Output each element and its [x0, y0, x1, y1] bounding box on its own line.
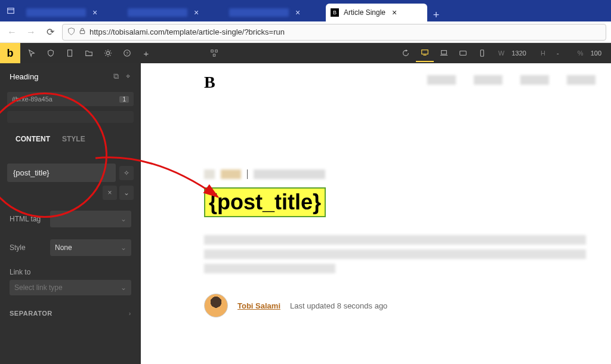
- last-updated: Last updated 8 seconds ago: [290, 301, 387, 310]
- tablet-landscape-icon[interactable]: [454, 44, 472, 62]
- tabs-container: × × × B Article Single × +: [21, 0, 611, 21]
- class-chip[interactable]: [7, 111, 134, 123]
- tree-icon[interactable]: [205, 44, 223, 62]
- panel-tabs: CONTENT STYLE: [0, 125, 141, 148]
- clear-icon[interactable]: ×: [103, 186, 117, 200]
- svg-rect-12: [442, 51, 447, 54]
- html-tag-label: HTML tag: [10, 215, 45, 223]
- lock-icon: [79, 27, 86, 36]
- pages-icon[interactable]: [61, 44, 79, 62]
- sidebar-header: Heading ⧉ ⌖: [0, 63, 141, 90]
- byline: Tobi Salami Last updated 8 seconds ago: [204, 294, 611, 317]
- style-select[interactable]: None: [50, 239, 131, 256]
- chevron-down-icon[interactable]: ⌄: [119, 186, 134, 200]
- close-icon[interactable]: ×: [192, 8, 200, 17]
- back-button[interactable]: ←: [5, 25, 19, 39]
- tab-style[interactable]: STYLE: [56, 131, 91, 148]
- close-icon[interactable]: ×: [91, 8, 99, 17]
- svg-rect-2: [80, 30, 85, 33]
- close-icon[interactable]: ×: [390, 8, 399, 17]
- browser-tab[interactable]: ×: [21, 4, 123, 21]
- laptop-icon[interactable]: [435, 44, 453, 62]
- post-title-element[interactable]: {post_title}: [204, 187, 326, 217]
- main-area: Heading ⧉ ⌖ #brxe-89a45a 1 CONTENT STYLE…: [0, 63, 611, 364]
- linkto-select[interactable]: Select link type: [10, 280, 131, 295]
- svg-rect-10: [422, 50, 428, 54]
- element-id-chip[interactable]: #brxe-89a45a 1: [7, 92, 134, 106]
- tab-content[interactable]: CONTENT: [10, 131, 56, 148]
- element-id-count: 1: [119, 96, 129, 103]
- style-label: Style: [10, 243, 45, 252]
- svg-rect-14: [460, 51, 467, 55]
- shield-icon: [67, 27, 75, 37]
- svg-rect-3: [68, 50, 72, 57]
- new-tab-button[interactable]: +: [427, 9, 445, 21]
- bricks-logo[interactable]: b: [0, 43, 20, 63]
- viewport-scale: % 100: [572, 50, 609, 57]
- reload-button[interactable]: ⟳: [43, 25, 57, 39]
- svg-text:?: ?: [126, 51, 128, 55]
- site-nav: [427, 75, 595, 85]
- avatar[interactable]: [204, 294, 228, 317]
- url-text: https://tobisalami.com/template/article-…: [90, 27, 285, 36]
- author-link[interactable]: Tobi Salami: [237, 301, 280, 310]
- url-bar[interactable]: https://tobisalami.com/template/article-…: [62, 24, 606, 41]
- browser-tab[interactable]: ×: [123, 4, 224, 21]
- shield-icon[interactable]: [42, 44, 60, 62]
- svg-rect-8: [215, 50, 218, 53]
- browser-tab[interactable]: ×: [224, 4, 326, 21]
- svg-rect-0: [8, 8, 14, 14]
- clone-icon[interactable]: ⧉: [112, 72, 120, 81]
- excerpt-placeholder: [204, 235, 611, 273]
- forward-button[interactable]: →: [24, 25, 38, 39]
- builder-canvas[interactable]: B {post_title} Tobi Salami Last updated …: [141, 63, 611, 364]
- close-icon[interactable]: ×: [294, 8, 302, 17]
- svg-rect-9: [213, 54, 215, 57]
- breadcrumb: [204, 169, 611, 179]
- favicon-icon: B: [331, 8, 339, 17]
- gear-icon[interactable]: [99, 44, 117, 62]
- title-input[interactable]: {post_title}: [7, 164, 116, 182]
- help-icon[interactable]: ?: [118, 44, 136, 62]
- element-title: Heading: [10, 72, 107, 81]
- folder-icon[interactable]: [80, 44, 98, 62]
- browser-tab-active[interactable]: B Article Single ×: [326, 4, 427, 21]
- refresh-icon[interactable]: [397, 44, 415, 62]
- browser-nav-bar: ← → ⟳ https://tobisalami.com/template/ar…: [0, 21, 611, 43]
- mobile-icon[interactable]: [473, 44, 491, 62]
- desktop-icon[interactable]: [416, 44, 434, 62]
- linkto-row: Link to Select link type: [0, 262, 141, 301]
- linkto-label: Link to: [10, 268, 131, 276]
- svg-rect-7: [211, 50, 214, 53]
- dynamic-data-icon[interactable]: ✧: [119, 166, 134, 180]
- style-row: Style None: [0, 233, 141, 262]
- html-tag-select[interactable]: [50, 211, 131, 227]
- html-tag-row: HTML tag: [0, 205, 141, 233]
- cursor-icon[interactable]: [23, 44, 41, 62]
- separator-section[interactable]: SEPARATOR: [0, 301, 141, 325]
- svg-point-4: [106, 51, 109, 54]
- title-field-row: {post_title} ✧: [0, 160, 141, 186]
- builder-toolbar: b ? + W 1320 H - % 100: [0, 43, 611, 63]
- browser-tab-strip: × × × B Article Single × +: [0, 0, 611, 21]
- viewport-width: W 1320: [492, 50, 533, 57]
- element-id-text: #brxe-89a45a: [12, 95, 53, 103]
- add-icon[interactable]: +: [137, 44, 155, 62]
- pin-icon[interactable]: ⌖: [125, 72, 131, 81]
- element-sidebar: Heading ⧉ ⌖ #brxe-89a45a 1 CONTENT STYLE…: [0, 63, 141, 364]
- tab-title: Article Single: [344, 8, 385, 17]
- window-menu-icon[interactable]: [0, 0, 21, 21]
- viewport-height: H -: [535, 50, 570, 57]
- svg-rect-15: [480, 50, 483, 57]
